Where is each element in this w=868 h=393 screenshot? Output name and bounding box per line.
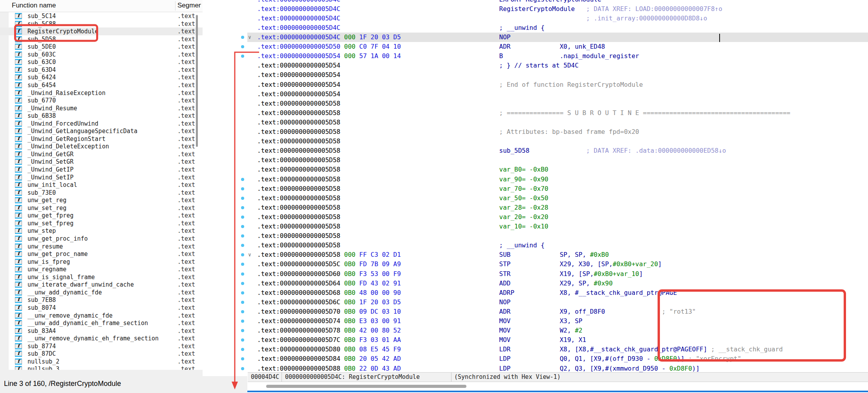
function-list-item[interactable]: f__unw_add_dynamic_fde.text (0, 289, 203, 296)
function-list-item[interactable]: f_Unwind_GetRegionStart.text (0, 135, 203, 143)
disassembly-line[interactable]: .text:0000000000005D50 000 C0 7F 04 10 A… (247, 42, 868, 51)
function-list-item[interactable]: f_Unwind_ForcedUnwind.text (0, 120, 203, 128)
functions-hscroll-track[interactable] (0, 370, 203, 376)
disassembly-line[interactable]: .text:0000000000005D74 0B0 E3 03 00 91 M… (247, 316, 868, 326)
function-name: sub_63C0 (27, 58, 56, 66)
disassembly-line[interactable]: .text:0000000000005D5C 0B0 FD 7B 09 A9 S… (247, 260, 868, 269)
function-list-item[interactable]: funw_get_fpreg.text (0, 212, 203, 219)
function-list-item[interactable]: fsub_5DE0.text (0, 43, 203, 51)
disassembly-line[interactable]: .text:0000000000005D58 (247, 155, 868, 165)
function-list-item[interactable]: f__unw_remove_dynamic_eh_frame_section.t… (0, 335, 203, 342)
disassembly-line[interactable]: .text:0000000000005D54 (247, 70, 868, 80)
disassembly-horizontal-scrollbar[interactable] (266, 385, 466, 388)
function-list-item[interactable]: f_Unwind_RaiseException.text (0, 89, 203, 97)
collapse-arrow-icon[interactable]: ∨ (248, 33, 251, 42)
disassembly-line[interactable]: .text:0000000000005D58 (247, 118, 868, 127)
function-list-item[interactable]: fsub_6770.text (0, 97, 203, 104)
disassembly-line[interactable]: .text:0000000000005D58 (247, 137, 868, 146)
disassembly-line[interactable]: .text:0000000000005D58 var_20= -0x20 (247, 212, 868, 222)
function-list-item[interactable]: fsub_5D58.text (0, 35, 203, 43)
disassembly-line[interactable]: .text:0000000000005D4C RegisterCryptoMod… (247, 4, 868, 14)
disassembly-line[interactable]: .text:0000000000005D54 000 57 1A 00 14 B… (247, 51, 868, 61)
function-list-item[interactable]: funw_get_proc_name.text (0, 250, 203, 258)
column-header-function-name[interactable]: Function name (12, 2, 56, 9)
disassembly-line[interactable]: .text:0000000000005D58 (247, 99, 868, 108)
function-list-item[interactable]: funw_set_reg.text (0, 204, 203, 212)
function-list-item[interactable]: funw_set_fpreg.text (0, 219, 203, 227)
disassembly-line[interactable]: .text:0000000000005D58 var_B0= -0xB0 (247, 165, 868, 174)
function-list-item[interactable]: fsub_7EB8.text (0, 296, 203, 304)
function-list-item[interactable]: funw_get_proc_info.text (0, 235, 203, 243)
function-name: sub_5C14 (27, 13, 56, 20)
function-list-item[interactable]: f_Unwind_GetLanguageSpecificData.text (0, 127, 203, 135)
disassembly-line[interactable]: .text:0000000000005D78 0B0 42 00 80 52 M… (247, 326, 868, 335)
disassembly-line[interactable]: .text:0000000000005D60 0B0 F3 53 00 F9 S… (247, 269, 868, 279)
function-list-item[interactable]: funw_step.text (0, 227, 203, 235)
function-list-item[interactable]: f_Unwind_SetIP.text (0, 174, 203, 181)
function-list-item[interactable]: funw_get_reg.text (0, 196, 203, 204)
disassembly-line[interactable]: .text:0000000000005D4C ; __unwind { (247, 23, 868, 33)
disassembly-line[interactable]: .text:0000000000005D70 0B0 09 DC 03 10 A… (247, 307, 868, 316)
function-list-item[interactable]: fsub_83A4.text (0, 327, 203, 335)
disassembly-line[interactable]: .text:0000000000005D58 var_70= -0x70 (247, 184, 868, 194)
function-list-item[interactable]: fsub_8774.text (0, 342, 203, 350)
disassembly-line[interactable]: ∨.text:0000000000005D58 000 FF C3 02 D1 … (247, 250, 868, 260)
function-list-item[interactable]: f_Unwind_Resume.text (0, 104, 203, 112)
function-list-item[interactable]: fsub_5C14.text (0, 12, 203, 20)
function-list-item[interactable]: f__unw_remove_dynamic_fde.text (0, 312, 203, 320)
function-list-item[interactable]: funw_resume.text (0, 243, 203, 250)
function-icon: f (15, 197, 22, 203)
disassembly-line[interactable]: ∨.text:0000000000005D4C 000 1F 20 03 D5 … (247, 33, 868, 42)
function-list-item-selected[interactable]: fRegisterCryptoModule.text (0, 27, 203, 35)
disassembly-line[interactable]: .text:0000000000005D54 ; } // starts at … (247, 61, 868, 70)
function-list-item[interactable]: fsub_5C88.text (0, 20, 203, 28)
function-list-item[interactable]: f_Unwind_SetGR.text (0, 158, 203, 166)
collapse-arrow-icon[interactable]: ∨ (248, 250, 251, 260)
disassembly-line[interactable]: .text:0000000000005D80 0B0 08 E5 45 F9 L… (247, 345, 868, 354)
disassembly-line[interactable]: .text:0000000000005D58 ; __unwind { (247, 241, 868, 250)
function-list-item[interactable]: f_Unwind_DeleteException.text (0, 143, 203, 150)
disassembly-line[interactable]: .text:0000000000005D58 var_10= -0x10 (247, 222, 868, 231)
disassembly-line[interactable]: .text:0000000000005D7C 0B0 F3 03 01 AA M… (247, 335, 868, 345)
disassembly-line[interactable]: .text:0000000000005D84 0B0 20 05 42 AD L… (247, 354, 868, 364)
disassembly-line[interactable]: .text:0000000000005D58 ; Attributes: bp-… (247, 127, 868, 137)
column-separator[interactable] (175, 1, 175, 11)
disassembly-line[interactable]: .text:0000000000005D58 (247, 231, 868, 241)
disassembly-line[interactable]: .text:0000000000005D6C 0B0 1F 20 03 D5 N… (247, 298, 868, 307)
function-list-item[interactable]: fsub_6454.text (0, 81, 203, 89)
disassembly-line[interactable]: .text:0000000000005D58 var_90= -0x90 (247, 175, 868, 184)
disassembly-line[interactable]: .text:0000000000005D54 (247, 90, 868, 99)
function-list-item[interactable]: funw_is_signal_frame.text (0, 273, 203, 281)
disassembly-line[interactable]: .text:0000000000005D54 ; End of function… (247, 80, 868, 90)
disassembly-line[interactable]: .text:0000000000005D88 0B0 22 0D 43 AD L… (247, 364, 868, 373)
function-list-item[interactable]: funw_is_fpreg.text (0, 258, 203, 266)
disassembly-line[interactable]: .text:0000000000005D4C ; .init_array:000… (247, 14, 868, 23)
function-list-item[interactable]: fsub_6B38.text (0, 112, 203, 120)
function-list-item[interactable]: fsub_6424.text (0, 73, 203, 81)
disassembly-hscroll-track[interactable] (248, 382, 868, 391)
function-list-item[interactable]: funw_init_local.text (0, 181, 203, 189)
function-list-item[interactable]: f_Unwind_GetIP.text (0, 166, 203, 174)
function-list-item[interactable]: fsub_8074.text (0, 304, 203, 312)
disassembly-line[interactable]: .text:0000000000005D64 0B0 FD 43 02 91 A… (247, 279, 868, 288)
disassembly-line[interactable]: .text:0000000000005D58 sub_5D58 ; DATA X… (247, 146, 868, 155)
function-list-item[interactable]: fsub_87DC.text (0, 350, 203, 358)
function-list-item[interactable]: fsub_603C.text (0, 51, 203, 58)
function-list-item[interactable]: fsub_73E0.text (0, 189, 203, 197)
disassembly-line[interactable]: .text:0000000000005D58 var_28= -0x28 (247, 203, 868, 212)
disassembly-line[interactable]: .text:0000000000005D4C EXPORT RegisterCr… (247, 0, 868, 4)
column-header-segment[interactable]: Segment (177, 2, 201, 9)
function-list-item[interactable]: funw_regname.text (0, 265, 203, 273)
function-list-item[interactable]: f__unw_add_dynamic_eh_frame_section.text (0, 319, 203, 327)
function-segment: .text (177, 205, 195, 212)
function-name: sub_5C88 (27, 20, 56, 27)
function-list-item[interactable]: fnullsub_2.text (0, 358, 203, 366)
function-list-item[interactable]: fsub_63D4.text (0, 66, 203, 74)
function-list-item[interactable]: fsub_63C0.text (0, 58, 203, 66)
disassembly-line[interactable]: .text:0000000000005D58 ; ===============… (247, 108, 868, 118)
disassembly-line[interactable]: .text:0000000000005D68 0B0 48 00 00 90 A… (247, 288, 868, 298)
functions-vertical-scrollbar[interactable] (196, 15, 198, 147)
function-list-item[interactable]: funw_iterate_dwarf_unwind_cache.text (0, 281, 203, 289)
disassembly-line[interactable]: .text:0000000000005D58 var_50= -0x50 (247, 194, 868, 203)
function-list-item[interactable]: f_Unwind_GetGR.text (0, 150, 203, 158)
